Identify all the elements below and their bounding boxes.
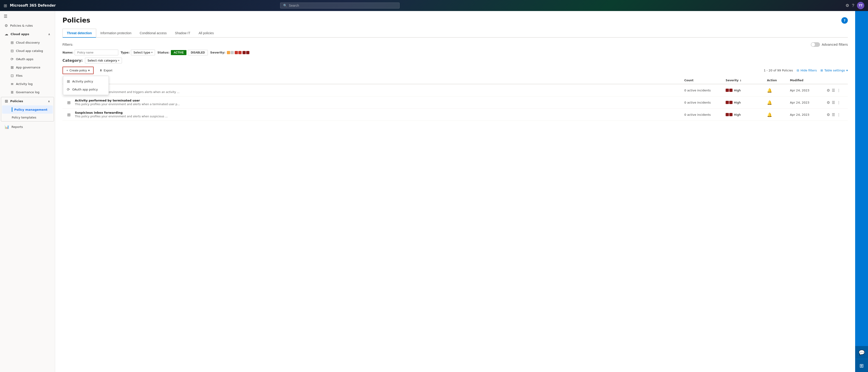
dropdown-item-label: OAuth app policy (72, 88, 98, 91)
sidebar-item-policy-templates[interactable]: Policy templates (2, 114, 53, 121)
severity-medium-icon[interactable] (235, 51, 242, 54)
severity-text-2: High (734, 101, 741, 104)
severity-text-1: High (734, 89, 741, 92)
sidebar-item-governance-log[interactable]: ≣ Governance log (1, 88, 54, 96)
grid-icon[interactable]: ⊞ (4, 3, 7, 8)
hide-filters-button[interactable]: ⊟ Hide filters (797, 69, 817, 72)
cloud-apps-submenu: ⊞ Cloud discovery ⊟ Cloud app catalog ⟳ … (0, 38, 55, 96)
table-settings-label: Table settings (825, 69, 845, 72)
severity-text-3: High (734, 113, 741, 117)
settings-row-icon-3[interactable]: ⚙ (827, 113, 830, 117)
sidebar-item-label: Governance log (16, 91, 39, 94)
policies-section-border: ⊞ Policies ∧ Policy management Policy te… (1, 97, 54, 122)
filter-name-input[interactable] (74, 50, 118, 55)
col-modified-1: Apr 24, 2023 (790, 89, 827, 92)
plus-icon: + (66, 69, 68, 72)
create-policy-wrapper: + Create policy ▾ ⊞ Activity policy ⟳ OA… (62, 67, 94, 74)
sidebar-item-cloud-discovery[interactable]: ⊞ Cloud discovery (1, 38, 54, 46)
sidebar-item-label: Reports (11, 125, 23, 129)
governance-log-icon: ≣ (10, 90, 13, 94)
sev-bar-3 (725, 101, 729, 104)
list-row-icon-2[interactable]: ☰ (832, 100, 835, 105)
tab-all-policies[interactable]: All policies (194, 29, 218, 37)
right-panel-feedback-button[interactable]: ⊞ (855, 359, 868, 372)
table-settings-button[interactable]: ⊞ Table settings ▾ (820, 69, 848, 72)
create-policy-button[interactable]: + Create policy ▾ (63, 67, 93, 74)
col-header-name: Name (65, 79, 684, 82)
dropdown-item-oauth-app-policy[interactable]: ⟳ OAuth app policy (63, 86, 108, 93)
tab-conditional-access[interactable]: Conditional access (135, 29, 171, 37)
col-actions-cell-3: ⚙ ☰ ⋮ (827, 113, 845, 117)
create-policy-dropdown: ⊞ Activity policy ⟳ OAuth app policy (63, 76, 109, 95)
sidebar-item-activity-log[interactable]: ≡ Activity log (1, 80, 54, 88)
list-row-icon-3[interactable]: ☰ (832, 113, 835, 117)
settings-row-icon[interactable]: ⚙ (827, 88, 830, 93)
sidebar-policies-header[interactable]: ⊞ Policies ∧ (1, 97, 54, 105)
list-row-icon[interactable]: ☰ (832, 88, 835, 93)
app-governance-icon: ⊠ (10, 65, 13, 69)
avatar[interactable]: TT (857, 2, 864, 9)
activity-log-icon: ≡ (10, 82, 13, 86)
sidebar-item-policies-rules[interactable]: ⚙ Policies & rules (1, 22, 54, 30)
status-active-button[interactable]: ACTIVE (171, 50, 186, 55)
tab-shadow-it[interactable]: Shadow IT (171, 29, 194, 37)
col-header-action: Action (767, 79, 790, 82)
sev-bar-1 (725, 89, 729, 92)
sev-dot-6 (246, 51, 249, 54)
dropdown-item-activity-policy[interactable]: ⊞ Activity policy (63, 78, 108, 86)
sidebar-item-cloud-app-catalog[interactable]: ⊟ Cloud app catalog (1, 47, 54, 55)
filter-severity-label: Severity: (210, 51, 225, 54)
filter-name-group: Name: (62, 50, 118, 55)
toggle-switch[interactable] (811, 42, 820, 47)
sidebar-item-app-governance[interactable]: ⊠ App governance (1, 63, 54, 71)
help-icon[interactable]: ? (852, 3, 854, 8)
sidebar-item-files[interactable]: ⊡ Files (1, 72, 54, 80)
settings-icon[interactable]: ⚙ (845, 3, 849, 8)
col-actions-cell-1: ⚙ ☰ ⋮ (827, 88, 845, 93)
filter-category-select[interactable]: Select risk category ▾ (85, 58, 122, 63)
export-button[interactable]: ⬇ Export (96, 67, 116, 73)
more-row-icon-3[interactable]: ⋮ (837, 113, 841, 117)
top-navigation: ⊞ Microsoft 365 Defender 🔍 ⚙ ? TT (0, 0, 868, 11)
filter-status-label: Status: (157, 51, 169, 54)
advanced-filters-toggle[interactable]: Advanced filters (811, 42, 848, 47)
settings-row-icon-2[interactable]: ⚙ (827, 100, 830, 105)
col-severity-2: High (725, 101, 767, 104)
policy-name-2[interactable]: Activity performed by terminated user (75, 99, 180, 102)
advanced-filters-label: Advanced filters (822, 43, 848, 46)
col-count-3: 0 active incidents (684, 113, 725, 117)
policy-desc-3: This policy profiles your environment an… (75, 115, 167, 118)
col-actions-cell-2: ⚙ ☰ ⋮ (827, 100, 845, 105)
sidebar-item-oauth-apps[interactable]: ⟳ OAuth apps (1, 55, 54, 63)
sidebar-item-label: OAuth apps (16, 57, 33, 61)
activity-policy-icon: ⊞ (67, 79, 70, 84)
sidebar-cloud-apps-header[interactable]: ☁ Cloud apps ∧ (1, 30, 54, 38)
sidebar-item-label: Files (16, 74, 23, 78)
severity-high-icon[interactable] (243, 51, 249, 54)
sidebar-item-policy-management[interactable]: Policy management (2, 105, 53, 114)
tab-information-protection[interactable]: Information protection (96, 29, 135, 37)
more-row-icon[interactable]: ⋮ (837, 88, 841, 93)
sidebar-toggle[interactable]: ☰ (0, 11, 55, 21)
search-input[interactable] (289, 4, 397, 7)
filter-type-select[interactable]: Select type ▾ (131, 50, 155, 55)
status-disabled-button[interactable]: DISABLED (188, 50, 208, 55)
sidebar-item-label: Policy templates (12, 116, 36, 119)
chevron-up-icon-2: ∧ (48, 100, 50, 103)
severity-low-icon[interactable] (227, 51, 234, 54)
filter-category-group: Category: Select risk category ▾ (62, 58, 848, 63)
severity-filter-icons (227, 51, 249, 54)
tab-threat-detection[interactable]: Threat detection (62, 29, 96, 37)
count-label: 1 - 20 of 99 Policies (764, 69, 793, 72)
sidebar: ☰ ⚙ Policies & rules ☁ Cloud apps ∧ ⊞ Cl… (0, 11, 55, 372)
severity-bars-1 (725, 89, 733, 92)
help-button[interactable]: ? (841, 17, 848, 24)
right-panel-chat-button[interactable]: 💬 (855, 346, 868, 359)
oauth-apps-icon: ⟳ (10, 57, 13, 61)
col-header-severity: Severity ↓ (725, 79, 767, 82)
sidebar-item-reports[interactable]: 📊 Reports (1, 123, 54, 131)
more-row-icon-2[interactable]: ⋮ (837, 100, 841, 105)
sort-icon[interactable]: ↓ (740, 79, 742, 82)
col-name-1: ⊞ Activity This policy profiles your env… (65, 87, 684, 94)
policy-name-3[interactable]: Suspicious inbox forwarding (75, 111, 167, 114)
